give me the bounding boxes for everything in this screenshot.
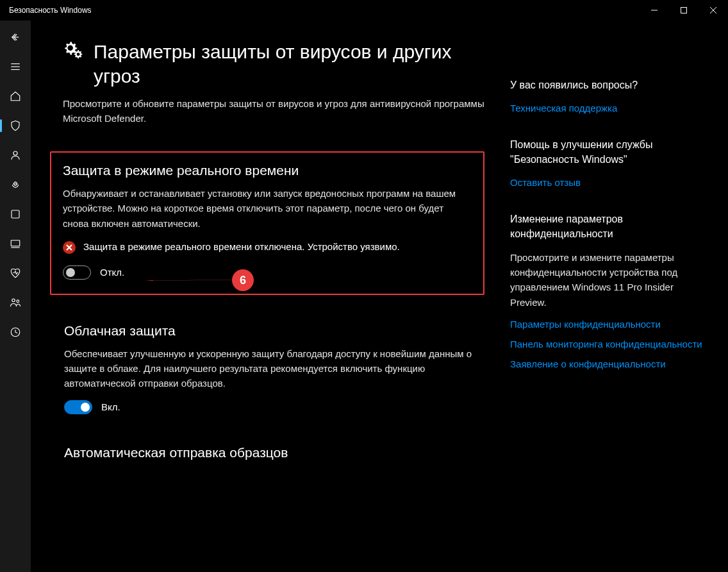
svg-line-19 bbox=[150, 280, 232, 281]
menu-button[interactable] bbox=[0, 54, 31, 80]
privacy-heading: Изменение параметров конфиденциальности bbox=[510, 212, 709, 241]
privacy-description: Просмотрите и измените параметры конфиде… bbox=[510, 250, 709, 310]
cloud-protection-toggle[interactable] bbox=[64, 400, 92, 414]
sidebar-item-device-health[interactable] bbox=[0, 260, 31, 286]
svg-rect-1 bbox=[681, 8, 687, 13]
sidebar bbox=[0, 21, 31, 572]
svg-point-18 bbox=[69, 46, 72, 49]
privacy-settings-link[interactable]: Параметры конфиденциальности bbox=[510, 317, 709, 331]
sidebar-item-app-browser[interactable] bbox=[0, 201, 31, 227]
privacy-dashboard-link[interactable]: Панель мониторинга конфиденциальности bbox=[510, 337, 709, 351]
svg-marker-20 bbox=[145, 280, 154, 281]
maximize-button[interactable] bbox=[669, 0, 699, 21]
svg-rect-13 bbox=[11, 240, 20, 246]
svg-point-15 bbox=[12, 299, 15, 302]
page-description: Просмотрите и обновите параметры защиты … bbox=[63, 97, 491, 126]
window-controls bbox=[640, 0, 728, 21]
cloud-protection-section: Облачная защита Обеспечивает улучшенную … bbox=[63, 323, 491, 414]
sidebar-item-history[interactable] bbox=[0, 319, 31, 345]
svg-point-16 bbox=[17, 300, 19, 303]
cloud-section-description: Обеспечивает улучшенную и ускоренную защ… bbox=[64, 346, 490, 391]
realtime-protection-section-highlight: 6 Защита в режиме реального времени Обна… bbox=[50, 151, 484, 295]
minimize-button[interactable] bbox=[640, 0, 669, 21]
sidebar-item-firewall[interactable] bbox=[0, 172, 31, 198]
sidebar-item-family[interactable] bbox=[0, 290, 31, 315]
sidebar-item-virus[interactable] bbox=[0, 113, 31, 139]
realtime-section-description: Обнаруживает и останавливает установку и… bbox=[63, 186, 472, 231]
svg-rect-12 bbox=[12, 210, 19, 218]
sidebar-item-account[interactable] bbox=[0, 142, 31, 168]
samples-section-title: Автоматическая отправка образцов bbox=[64, 445, 490, 460]
settings-gears-icon bbox=[63, 40, 85, 64]
back-button[interactable] bbox=[0, 24, 31, 50]
svg-point-10 bbox=[13, 151, 17, 155]
window-title: Безопасность Windows bbox=[9, 6, 92, 15]
sample-submission-section: Автоматическая отправка образцов bbox=[63, 445, 491, 460]
svg-point-11 bbox=[15, 184, 17, 186]
sidebar-item-device-security[interactable] bbox=[0, 231, 31, 257]
sidebar-item-home[interactable] bbox=[0, 83, 31, 109]
tech-support-link[interactable]: Техническая поддержка bbox=[510, 101, 709, 115]
realtime-toggle-label: Откл. bbox=[100, 267, 124, 278]
error-icon bbox=[63, 241, 76, 254]
annotation-badge: 6 bbox=[232, 269, 254, 291]
main-content: Параметры защиты от вирусов и других угр… bbox=[63, 40, 491, 572]
questions-heading: У вас появились вопросы? bbox=[510, 78, 709, 92]
close-button[interactable] bbox=[699, 0, 728, 21]
realtime-alert-text: Защита в режиме реального времени отключ… bbox=[83, 240, 400, 254]
cloud-section-title: Облачная защита bbox=[64, 323, 490, 339]
realtime-protection-toggle[interactable] bbox=[63, 265, 91, 280]
right-sidebar: У вас появились вопросы? Техническая под… bbox=[510, 40, 709, 572]
feedback-heading: Помощь в улучшении службы "Безопасность … bbox=[510, 138, 709, 167]
annotation-arrow-icon bbox=[145, 280, 232, 281]
page-title: Параметры защиты от вирусов и других угр… bbox=[94, 40, 491, 88]
realtime-alert: Защита в режиме реального времени отключ… bbox=[63, 240, 472, 254]
cloud-toggle-label: Вкл. bbox=[101, 401, 120, 412]
realtime-section-title: Защита в режиме реального времени bbox=[63, 163, 472, 178]
privacy-statement-link[interactable]: Заявление о конфиденциальности bbox=[510, 357, 709, 371]
titlebar: Безопасность Windows bbox=[0, 0, 728, 21]
feedback-link[interactable]: Оставить отзыв bbox=[510, 176, 709, 189]
